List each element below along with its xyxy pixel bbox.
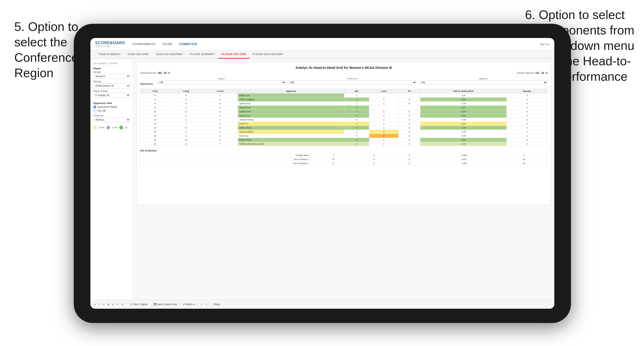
h2h-table: # Div # Reg # Conf Opponent Win Loss Tie… — [140, 89, 548, 146]
table-cell: 2 — [170, 130, 202, 134]
table-cell: 7 — [507, 130, 548, 134]
sub-nav-team-h2h-heatmap[interactable]: TEAM H2H HEATMAP — [152, 50, 186, 59]
table-cell: 1 — [344, 94, 369, 98]
table-cell: 3 — [507, 98, 548, 102]
radio-opponents-played[interactable]: Opponents Played — [93, 105, 130, 109]
table-cell: 1 — [344, 98, 369, 102]
table-cell: 0 — [344, 118, 369, 122]
col-div: # Div — [140, 89, 170, 94]
division-select[interactable]: NCAA Division III — [93, 83, 130, 88]
table-cell: -1.00 — [420, 102, 507, 106]
table-row: 1063Andrea York2004.004 — [140, 110, 548, 114]
table-cell — [369, 106, 398, 110]
logo-sub: Powered by clippd — [95, 45, 110, 47]
sub-nav-player-summary[interactable]: PLAYER SUMMARY — [186, 50, 218, 59]
table-cell: 0 — [356, 154, 392, 158]
sub-nav-team-summary[interactable]: TEAM SUMMARY — [95, 50, 124, 59]
table-cell — [398, 106, 420, 110]
table-row: 331Esther Lee11.504 — [140, 94, 548, 98]
table-row: 1623Jessica Mason120-0.947 — [140, 130, 548, 134]
conference-filter-group: Conference (All) — [288, 78, 416, 85]
table-cell: 2 — [170, 134, 202, 138]
table-cell: -0.94 — [420, 130, 507, 134]
sub-nav-player-h2h-grid[interactable]: PLAYER H2H GRID — [218, 50, 250, 59]
out-of-division-label: Out of division — [140, 149, 548, 152]
table-cell: 4 — [344, 138, 369, 142]
main-nav-items: TOURNAMENTS TEAMS COMMITTEE — [132, 42, 533, 46]
colour-by-label: Colour by — [93, 114, 130, 117]
table-row: 633Sydney Kuo110-1.003 — [140, 102, 548, 106]
table-cell: 11 — [170, 142, 202, 146]
top-navigation: SCOREBOARD Powered by clippd TOURNAMENTS… — [90, 38, 554, 50]
region-select[interactable]: (All) — [157, 80, 286, 85]
toolbar-watch[interactable]: 👁 Watch ▾ — [183, 303, 194, 306]
sub-nav-team-h2h-grid[interactable]: TEAM H2H GRID — [124, 50, 152, 59]
toolbar-circle[interactable]: ⊙ — [122, 303, 124, 306]
table-cell: 0 — [398, 118, 420, 122]
table-cell: 3 — [507, 114, 548, 118]
table-cell: 2 — [369, 122, 398, 126]
color-level-label: Level — [112, 126, 117, 129]
col-conf: # Conf — [202, 89, 238, 94]
toolbar-back[interactable]: ↶ — [117, 303, 119, 306]
table-cell: 3.33 — [420, 114, 507, 118]
table-cell: 4 — [507, 110, 548, 114]
table-cell: 0 — [369, 114, 398, 118]
table-cell: 15 — [140, 126, 170, 130]
table-cell: 0 — [398, 138, 420, 142]
table-cell: 6 — [202, 138, 238, 142]
table-cell: 0 — [369, 110, 398, 114]
table-cell: 0 — [344, 134, 369, 138]
table-cell: 1.33 — [420, 142, 507, 146]
table-cell: 2 — [369, 130, 398, 134]
player-rank-select[interactable]: 8. Katelyn Vo — [93, 93, 130, 98]
table-row: 1311Jessica Huang010-3.002 — [140, 118, 548, 122]
conference-select[interactable]: (All) — [288, 80, 416, 85]
table-cell: 1.50 — [420, 94, 507, 98]
nav-committee[interactable]: COMMITTEE — [179, 42, 198, 46]
table-cell: Sharon Mun — [238, 106, 344, 110]
toolbar-export[interactable]: ↗ — [200, 303, 202, 306]
toolbar-cut[interactable]: ✂ — [112, 303, 114, 306]
nav-teams[interactable]: TEAMS — [162, 42, 173, 46]
nav-tournaments[interactable]: TOURNAMENTS — [132, 42, 156, 46]
conference-label: Conference — [288, 78, 416, 80]
region-filter-group: Region (All) — [157, 78, 286, 85]
table-cell: Jessica Huang — [238, 118, 344, 122]
toolbar-share[interactable]: Share — [214, 303, 220, 306]
table-cell: 0 — [398, 114, 420, 118]
table-cell: Sydney Kuo — [238, 102, 344, 106]
table-cell: 4.00 — [420, 98, 507, 102]
sub-nav-player-h2h-heatmap[interactable]: PLAYER H2H HEATMAP — [250, 50, 287, 59]
table-cell: 1 — [202, 118, 238, 122]
opponent-select[interactable]: (All) — [419, 80, 548, 85]
toolbar-view-original[interactable]: 🔍 View: Original — [130, 303, 148, 306]
table-cell: 1.25 — [420, 126, 507, 130]
opponent-filter-label: Opponent — [419, 78, 548, 80]
radio-top100[interactable]: Top 100 — [93, 109, 130, 112]
table-cell: -3.00 — [420, 118, 507, 122]
table-cell: 3 — [140, 94, 170, 98]
toolbar-undo[interactable]: ↩ — [94, 303, 96, 306]
colour-by-select[interactable]: Win/loss — [93, 117, 130, 122]
table-cell: 1 — [344, 106, 369, 110]
table-cell: 5 — [310, 162, 356, 166]
division-label: Division — [93, 80, 130, 83]
toolbar-redo[interactable]: ↪ — [102, 303, 104, 306]
table-cell: 0 — [356, 158, 392, 162]
sign-out-link[interactable]: Sign out — [540, 43, 550, 46]
sidebar: Last Updated: 27/03/2024 Player Gender W… — [90, 59, 133, 300]
table-cell: 8 — [170, 126, 202, 130]
table-cell: 1 — [170, 106, 202, 110]
toolbar-save-custom[interactable]: 💾 Save Custom View — [154, 303, 177, 306]
gender-select[interactable]: Women's — [93, 74, 130, 79]
table-cell: 0 — [356, 162, 392, 166]
gender-label: Gender — [93, 71, 130, 73]
toolbar-resize[interactable]: ↔ — [205, 303, 208, 306]
table-row: 522Alexis Sudjianto1004.003 — [140, 98, 548, 102]
table-cell: 30 — [501, 158, 548, 162]
table-cell: 18 — [140, 134, 170, 138]
toolbar-add[interactable]: ⊕ — [107, 303, 109, 306]
report-card: Katelyn Vo Head-to-Head Grid for Women's… — [136, 62, 551, 205]
table-cell: 3 — [170, 94, 202, 98]
